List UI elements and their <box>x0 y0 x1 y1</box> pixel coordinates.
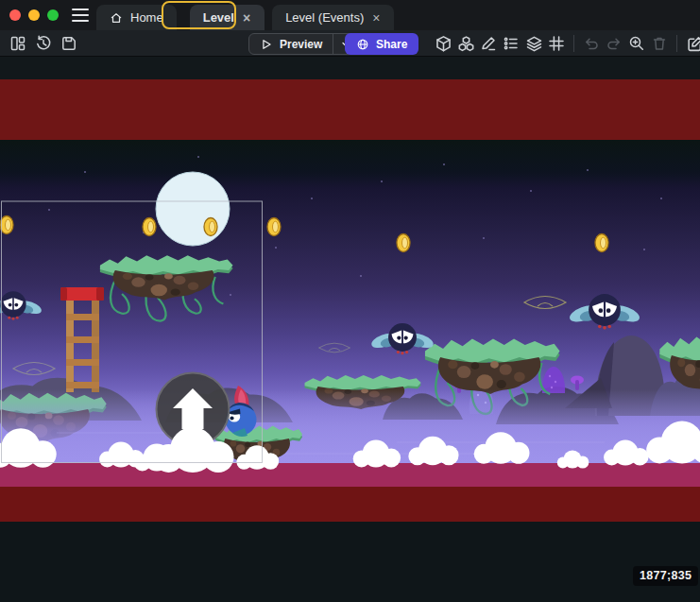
coin[interactable] <box>0 216 13 234</box>
grid-icon[interactable] <box>546 33 567 54</box>
project-manager-icon[interactable] <box>8 33 28 54</box>
redo-icon[interactable] <box>604 33 624 54</box>
main-menu-icon[interactable] <box>72 9 89 22</box>
save-icon[interactable] <box>59 33 79 54</box>
coin[interactable] <box>204 218 217 236</box>
title-bar: Home Level × Level (Events) × <box>0 0 700 30</box>
share-button[interactable]: Share <box>345 33 418 55</box>
preview-button[interactable]: Preview <box>249 34 333 54</box>
coin[interactable] <box>397 234 410 252</box>
close-window-button[interactable] <box>9 9 21 21</box>
home-icon <box>110 11 123 25</box>
red-band-top <box>0 79 700 140</box>
canvas-margin-bottom <box>0 522 700 602</box>
app-window: Home Level × Level (Events) × <box>0 0 700 602</box>
scene-canvas[interactable] <box>0 57 700 602</box>
close-tab-icon[interactable]: × <box>371 11 381 25</box>
tab-bar: Home Level × Level (Events) × <box>96 0 394 30</box>
preview-button-group: Preview <box>248 33 358 55</box>
tab-label: Home <box>130 10 163 25</box>
close-tab-icon[interactable]: × <box>242 11 251 25</box>
coin[interactable] <box>267 218 281 236</box>
red-band-bottom <box>0 487 700 522</box>
maximize-window-button[interactable] <box>47 9 59 21</box>
globe-icon <box>356 38 369 51</box>
tab-level-events[interactable]: Level (Events) × <box>272 5 394 30</box>
coin[interactable] <box>595 234 608 252</box>
objects-panel-icon[interactable] <box>433 33 453 54</box>
window-controls <box>9 9 59 21</box>
edit-icon[interactable] <box>478 33 499 54</box>
instances-list-icon[interactable] <box>501 33 521 54</box>
canvas-margin-top <box>0 57 700 79</box>
minimize-window-button[interactable] <box>28 9 40 21</box>
object-groups-icon[interactable] <box>455 33 476 54</box>
editor-toolbar: Preview Share <box>0 30 700 57</box>
tab-label: Level <box>203 10 234 25</box>
undo-icon[interactable] <box>581 33 602 54</box>
preview-label: Preview <box>280 38 322 51</box>
cursor-coordinates-badge: 1877;835 <box>633 566 698 586</box>
tab-label: Level (Events) <box>285 10 364 25</box>
delete-icon[interactable] <box>649 33 670 54</box>
coin[interactable] <box>143 218 156 236</box>
tab-home[interactable]: Home <box>96 5 177 30</box>
tab-level[interactable]: Level × <box>190 5 265 30</box>
history-icon[interactable] <box>33 33 54 54</box>
moon[interactable] <box>156 172 230 246</box>
share-label: Share <box>376 38 407 51</box>
zoom-in-icon[interactable] <box>626 33 647 54</box>
layers-icon[interactable] <box>523 33 544 54</box>
edit-scene-properties-icon[interactable] <box>684 33 700 54</box>
play-icon <box>260 38 273 51</box>
